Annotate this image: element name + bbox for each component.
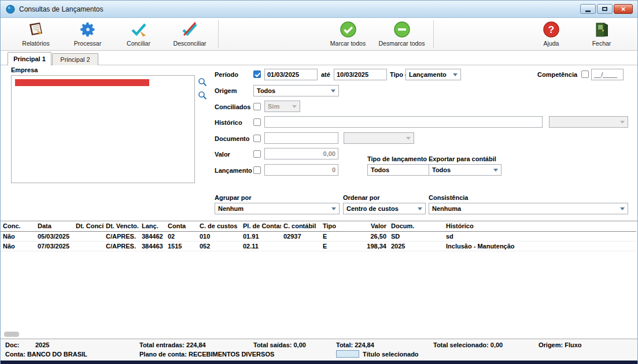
- chevron-down-icon: [292, 105, 297, 108]
- report-icon: [27, 21, 45, 39]
- column-header-hist-rico[interactable]: Histórico: [444, 221, 636, 231]
- plano-conta-status: Plano de conta: RECEBIMENTOS DIVERSOS: [139, 351, 274, 358]
- fechar-button[interactable]: Fechar: [580, 19, 623, 49]
- tab-principal-2[interactable]: Principal 2: [52, 53, 98, 65]
- chevron-down-icon: [418, 207, 422, 210]
- tipo-lancamento-label: Tipo de lançamento: [367, 155, 427, 162]
- conciliados-checkbox[interactable]: [253, 103, 261, 110]
- toolbar-separator: [218, 20, 219, 48]
- results-grid[interactable]: Conc.DataDt. Concil.Dt. Vencto.Lanç.Cont…: [1, 221, 637, 331]
- origem-status: Origem: Fluxo: [539, 341, 582, 348]
- origem-select[interactable]: Todos: [253, 85, 339, 96]
- chevron-down-icon: [453, 73, 458, 76]
- empresa-list[interactable]: [11, 75, 195, 183]
- total-saidas: Total saídas: 0,00: [253, 341, 306, 348]
- table-row[interactable]: Não07/03/2025C/APRES.384463151505202.11E…: [1, 241, 636, 251]
- competencia-checkbox[interactable]: [581, 70, 589, 78]
- ate-label: até: [321, 71, 330, 78]
- table-cell: 010: [197, 231, 241, 241]
- valor-input[interactable]: [264, 148, 338, 159]
- valor-checkbox[interactable]: [253, 150, 261, 158]
- periodo-label: Período: [215, 71, 238, 78]
- periodo-to-input[interactable]: [334, 69, 387, 80]
- documento-checkbox[interactable]: [253, 135, 261, 142]
- exportar-contabil-select[interactable]: Todos: [429, 164, 501, 176]
- competencia-input[interactable]: [591, 69, 624, 80]
- table-row[interactable]: Não05/03/2025C/APRES.3844620201001.91029…: [1, 231, 636, 241]
- conciliados-value: Sim: [268, 103, 279, 110]
- horizontal-scrollbar-thumb[interactable]: [4, 332, 19, 337]
- minimize-icon: [585, 10, 591, 12]
- tab-principal-1[interactable]: Principal 1: [8, 52, 51, 65]
- column-header-dt-concil-[interactable]: Dt. Concil.: [73, 221, 104, 231]
- empresa-selected-item[interactable]: [15, 79, 149, 86]
- desmarcar-todos-button[interactable]: Desmarcar todos: [374, 19, 429, 49]
- ordenar-por-value: Centro de custos: [346, 205, 399, 212]
- magnifier-icon[interactable]: [198, 77, 207, 87]
- ajuda-button[interactable]: ? Ajuda: [530, 19, 572, 49]
- desconciliar-label: Desconciliar: [173, 40, 206, 47]
- column-header-c-cont-bil[interactable]: C. contábil: [281, 221, 320, 231]
- ordenar-por-select[interactable]: Centro de custos: [343, 203, 426, 214]
- desconciliar-button[interactable]: Desconciliar: [163, 19, 216, 49]
- historico-checkbox[interactable]: [253, 118, 261, 126]
- column-header-lan-[interactable]: Lanç.: [139, 221, 165, 231]
- minus-circle-icon: [393, 21, 411, 39]
- table-cell: 1515: [165, 241, 197, 251]
- processar-button[interactable]: Processar: [63, 19, 112, 49]
- fechar-label: Fechar: [592, 40, 611, 47]
- conciliados-select[interactable]: Sim: [264, 101, 300, 112]
- agrupar-por-label: Agrupar por: [215, 194, 252, 201]
- table-cell: 02: [165, 231, 197, 241]
- origem-label: Origem: [215, 87, 237, 94]
- tab-principal-2-label: Principal 2: [60, 56, 90, 63]
- ajuda-label: Ajuda: [544, 40, 559, 47]
- statusbar: Doc: 2025 Total entradas: 224,84 Total s…: [1, 339, 637, 361]
- column-header-conc-[interactable]: Conc.: [1, 221, 35, 231]
- column-header-docum-[interactable]: Docum.: [389, 221, 444, 231]
- titulo-selecionado-label: Título selecionado: [363, 351, 419, 358]
- results-table: Conc.DataDt. Concil.Dt. Vencto.Lanç.Cont…: [1, 221, 636, 251]
- historico-select[interactable]: [549, 116, 628, 128]
- table-cell: 384463: [139, 241, 165, 251]
- titlebar[interactable]: Consultas de Lançamentos ×: [1, 1, 637, 18]
- column-header-data[interactable]: Data: [35, 221, 73, 231]
- documento-input[interactable]: [264, 132, 338, 144]
- documento-select[interactable]: [344, 132, 414, 144]
- conciliar-button[interactable]: Conciliar: [114, 19, 163, 49]
- table-cell: 02937: [281, 231, 320, 241]
- tipo-data-select[interactable]: Lançamento: [405, 69, 461, 80]
- toolbar-separator: [433, 20, 434, 48]
- column-header-conta[interactable]: Conta: [165, 221, 197, 231]
- magnifier-icon[interactable]: [198, 91, 207, 100]
- close-button[interactable]: ×: [614, 4, 633, 14]
- column-header-valor[interactable]: Valor: [342, 221, 389, 231]
- column-header-dt-vencto-[interactable]: Dt. Vencto.: [104, 221, 139, 231]
- table-cell: 198,34: [342, 241, 389, 251]
- relatorios-label: Relatórios: [22, 40, 49, 47]
- maximize-button[interactable]: [597, 4, 613, 14]
- column-header-c-de-custos[interactable]: C. de custos: [197, 221, 241, 231]
- lancamento-input[interactable]: [264, 164, 338, 176]
- table-cell: Não: [1, 231, 35, 241]
- column-header-pl-de-contas[interactable]: Pl. de Contas: [241, 221, 281, 231]
- consistencia-select[interactable]: Nenhuma: [429, 203, 628, 214]
- tipo-lancamento-value: Todos: [371, 166, 389, 173]
- table-cell: 384462: [139, 231, 165, 241]
- check-circle-icon: [340, 21, 357, 39]
- periodo-from-input[interactable]: [264, 69, 318, 80]
- historico-input[interactable]: [264, 116, 543, 128]
- table-cell: 05/03/2025: [35, 231, 73, 241]
- relatorios-button[interactable]: Relatórios: [10, 19, 62, 49]
- marcar-todos-button[interactable]: Marcar todos: [323, 19, 373, 49]
- periodo-checkbox[interactable]: [253, 70, 261, 78]
- agrupar-por-select[interactable]: Nenhum: [215, 203, 340, 214]
- table-cell: SD: [389, 231, 444, 241]
- consistencia-value: Nenhuma: [432, 205, 461, 212]
- minimize-button[interactable]: [580, 4, 596, 14]
- total-selecionado: Total selecionado: 0,00: [433, 341, 503, 348]
- column-header-tipo[interactable]: Tipo: [320, 221, 342, 231]
- table-cell: 26,50: [342, 231, 389, 241]
- lancamento-checkbox[interactable]: [253, 166, 261, 174]
- door-icon: [593, 21, 610, 39]
